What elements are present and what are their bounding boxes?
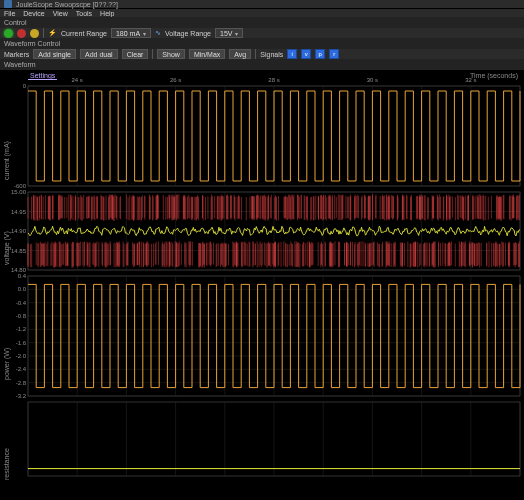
svg-text:-2.8: -2.8 xyxy=(16,380,27,386)
ylabel-voltage: voltage (V) xyxy=(3,231,10,265)
waveform-canvas[interactable]: 24 s26 s28 s30 s32 s0-60015.0014.9514.90… xyxy=(0,70,524,500)
svg-text:-2.4: -2.4 xyxy=(16,366,27,372)
ylabel-power: power (W) xyxy=(3,348,10,380)
separator xyxy=(255,49,256,59)
svg-text:28 s: 28 s xyxy=(268,77,279,83)
show-button[interactable]: Show xyxy=(157,49,185,59)
markers-label: Markers xyxy=(4,51,29,58)
menu-view[interactable]: View xyxy=(53,10,68,17)
svg-text:14.95: 14.95 xyxy=(11,209,27,215)
voltage-range-label: Voltage Range xyxy=(165,30,211,37)
separator xyxy=(152,49,153,59)
svg-text:0.4: 0.4 xyxy=(18,273,27,279)
svg-text:0.0: 0.0 xyxy=(18,286,27,292)
svg-text:-1.6: -1.6 xyxy=(16,340,27,346)
menu-tools[interactable]: Tools xyxy=(76,10,92,17)
svg-text:-0.8: -0.8 xyxy=(16,313,27,319)
svg-text:14.90: 14.90 xyxy=(11,228,27,234)
settings-tab[interactable]: Settings xyxy=(28,72,57,80)
svg-text:26 s: 26 s xyxy=(170,77,181,83)
markers-add-single-button[interactable]: Add single xyxy=(33,49,76,59)
window-titlebar: JouleScope Swoopscpe [0??.??] xyxy=(0,0,524,9)
svg-text:14.85: 14.85 xyxy=(11,248,27,254)
control-toolbar: ⚡ Current Range 180 mA ▾ ∿ Voltage Range… xyxy=(0,28,524,38)
svg-text:-2.0: -2.0 xyxy=(16,353,27,359)
signal-icon: ∿ xyxy=(155,29,161,37)
markers-add-dual-button[interactable]: Add dual xyxy=(80,49,118,59)
current-range-label: Current Range xyxy=(61,30,107,37)
svg-text:-1.2: -1.2 xyxy=(16,326,27,332)
signal-i-button[interactable]: i xyxy=(287,49,297,59)
menu-device[interactable]: Device xyxy=(23,10,44,17)
waveform-control-toolbar: Markers Add single Add dual Clear Show M… xyxy=(0,49,524,59)
window-title: JouleScope Swoopscpe [0??.??] xyxy=(16,1,118,8)
current-range-dropdown[interactable]: 180 mA ▾ xyxy=(111,28,151,38)
ylabel-current: current (mA) xyxy=(3,141,10,180)
app-icon xyxy=(4,0,12,8)
section-waveform-label: Waveform xyxy=(0,59,524,70)
play-icon[interactable] xyxy=(4,29,13,38)
menu-help[interactable]: Help xyxy=(100,10,114,17)
markers-clear-button[interactable]: Clear xyxy=(122,49,149,59)
menu-file[interactable]: File xyxy=(4,10,15,17)
signal-r-button[interactable]: r xyxy=(329,49,339,59)
ylabel-resistance: resistance xyxy=(3,448,10,480)
menubar: File Device View Tools Help xyxy=(0,9,524,17)
svg-text:-3.2: -3.2 xyxy=(16,393,27,399)
voltage-range-value: 15V xyxy=(220,30,232,37)
signal-v-button[interactable]: v xyxy=(301,49,311,59)
signals-label: Signals xyxy=(260,51,283,58)
lightning-icon: ⚡ xyxy=(48,29,57,37)
avg-button[interactable]: Avg xyxy=(229,49,251,59)
svg-text:24 s: 24 s xyxy=(72,77,83,83)
svg-text:15.00: 15.00 xyxy=(11,189,27,195)
chevron-down-icon: ▾ xyxy=(235,30,238,37)
plot-area[interactable]: Settings Time (seconds) current (mA) vol… xyxy=(0,70,524,500)
svg-text:-0.4: -0.4 xyxy=(16,300,27,306)
current-range-value: 180 mA xyxy=(116,30,140,37)
section-waveform-control-label: Waveform Control xyxy=(0,38,524,49)
svg-text:0: 0 xyxy=(23,83,27,89)
x-axis-label: Time (seconds) xyxy=(470,72,518,79)
separator xyxy=(43,28,44,38)
chevron-down-icon: ▾ xyxy=(143,30,146,37)
voltage-range-dropdown[interactable]: 15V ▾ xyxy=(215,28,243,38)
section-control-label: Control xyxy=(0,17,524,28)
stop-icon[interactable] xyxy=(17,29,26,38)
minmax-button[interactable]: Min/Max xyxy=(189,49,225,59)
pause-icon[interactable] xyxy=(30,29,39,38)
signal-p-button[interactable]: p xyxy=(315,49,325,59)
svg-text:30 s: 30 s xyxy=(367,77,378,83)
